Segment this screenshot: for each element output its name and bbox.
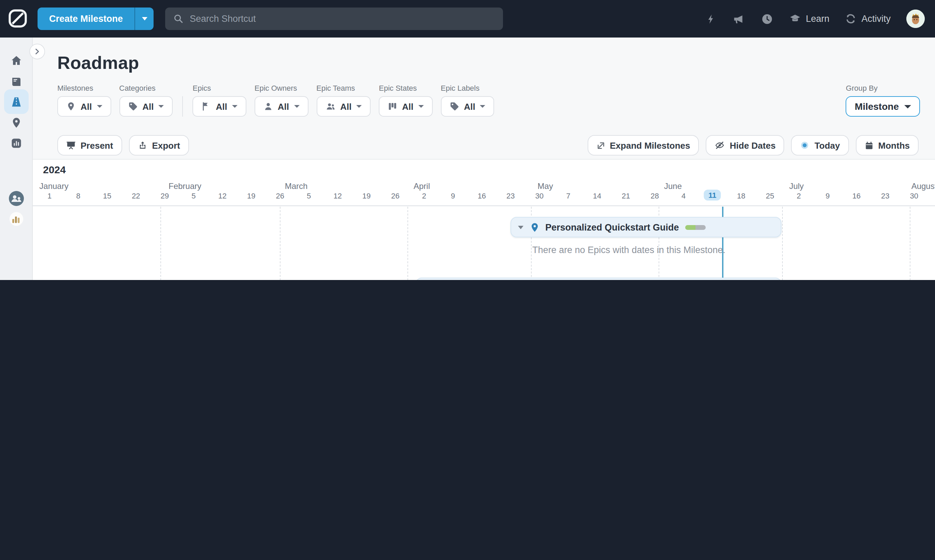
sidebar-item-roadmap[interactable] — [4, 89, 29, 114]
workspace-gold-chart-icon — [9, 211, 24, 226]
bar-chart-icon — [10, 137, 23, 149]
learn-button[interactable]: Learn — [789, 13, 829, 25]
month-gridline — [280, 207, 280, 280]
today-button[interactable]: Today — [791, 135, 849, 155]
timeline-tick: 5 — [307, 192, 311, 200]
timeline-month-label: March — [285, 182, 308, 191]
eye-off-icon — [715, 140, 725, 150]
timeline-tick: 16 — [478, 192, 486, 200]
timeline-tick: 9 — [826, 192, 830, 200]
caret-down-icon — [904, 105, 911, 108]
timeline-tick: 23 — [881, 192, 890, 200]
milestone-pin-icon — [530, 222, 540, 232]
history-button[interactable] — [761, 12, 773, 25]
sidebar-item-reports[interactable] — [10, 137, 23, 149]
activity-button[interactable]: Activity — [845, 13, 890, 25]
timeline-tick: 30 — [910, 192, 919, 200]
user-avatar[interactable] — [906, 9, 925, 28]
export-label: Export — [152, 140, 180, 151]
timeline-tick: 19 — [362, 192, 371, 200]
activity-arrows-icon — [845, 13, 856, 25]
filter-value: All — [464, 101, 475, 112]
filter-select-milestones[interactable]: All — [57, 96, 111, 117]
filter-label: Epic Owners — [254, 84, 308, 92]
filter-select-epic-owners[interactable]: All — [254, 96, 308, 117]
timeline-tick: 25 — [766, 192, 774, 200]
teams-circle-icon — [8, 190, 25, 207]
timeline-tick: 15 — [103, 192, 112, 200]
today-label: Today — [815, 140, 840, 151]
lightning-icon — [705, 12, 716, 25]
caret-down-icon — [356, 105, 362, 108]
filter-label: Epic States — [379, 84, 432, 92]
sidebar-item-home[interactable] — [10, 55, 23, 67]
filter-select-epic-teams[interactable]: All — [316, 96, 371, 117]
filter-label: Milestones — [57, 84, 111, 92]
megaphone-icon — [732, 12, 745, 25]
months-label: Months — [878, 140, 910, 151]
timeline-tick: 26 — [276, 192, 284, 200]
filter-label: Epic Labels — [441, 84, 494, 92]
timeline-tick: 2 — [422, 192, 426, 200]
search-icon — [173, 14, 183, 24]
hide-dates-button[interactable]: Hide Dates — [706, 135, 784, 155]
timeline-month-label: July — [789, 182, 804, 191]
filter-select-epic-labels[interactable]: All — [441, 96, 494, 117]
empty-milestone-note: There are no Epics with dates in this Mi… — [532, 245, 726, 255]
export-button[interactable]: Export — [129, 135, 189, 155]
timeline-tick: 30 — [535, 192, 544, 200]
timeline-tick: 12 — [219, 192, 227, 200]
roadmap-toolbar: Present Export Expand Milestones — [57, 135, 919, 155]
create-milestone-dropdown[interactable] — [134, 8, 154, 30]
timeline-tick: 4 — [681, 192, 685, 200]
present-button[interactable]: Present — [57, 135, 122, 155]
chevron-right-icon — [34, 48, 41, 55]
timeline-tick: 22 — [132, 192, 140, 200]
create-milestone-button[interactable]: Create Milestone — [37, 8, 154, 30]
search-input[interactable]: Search Shortcut — [165, 8, 503, 30]
person-icon — [263, 102, 273, 111]
quick-actions-button[interactable] — [705, 12, 716, 25]
nav-right-icons: Learn Activity — [705, 0, 935, 37]
book-icon — [10, 76, 23, 88]
caret-down-icon — [142, 17, 147, 20]
filter-group: Epic OwnersAll — [254, 84, 308, 117]
filter-group: CategoriesAll — [119, 84, 173, 117]
group-by-select[interactable]: Milestone — [846, 96, 920, 117]
timeline-tick: 8 — [76, 192, 80, 200]
timeline-tick: 19 — [247, 192, 256, 200]
chevron-down-icon[interactable] — [518, 225, 524, 229]
month-gridline — [910, 207, 910, 280]
presentation-icon — [66, 140, 76, 150]
milestone-bar[interactable]: Q1: Drive Roadmap Adoption — [416, 278, 781, 280]
sidebar-item-workspace[interactable] — [9, 211, 24, 226]
filter-value: All — [340, 101, 351, 112]
filter-select-categories[interactable]: All — [119, 96, 173, 117]
expand-milestones-label: Expand Milestones — [610, 140, 690, 151]
avatar-image — [906, 9, 925, 28]
sidebar-item-teams[interactable] — [8, 190, 25, 207]
sidebar-item-stories[interactable] — [10, 76, 23, 88]
search-placeholder: Search Shortcut — [190, 14, 256, 24]
months-button[interactable]: Months — [856, 135, 919, 155]
clock-icon — [761, 12, 773, 25]
filter-label: Epic Teams — [316, 84, 371, 92]
milestone-bar[interactable]: Personalized Quickstart Guide — [510, 217, 781, 237]
announcements-button[interactable] — [732, 12, 745, 25]
expand-icon — [596, 141, 605, 150]
filter-group: EpicsAll — [193, 84, 246, 117]
timeline-tick: 12 — [333, 192, 342, 200]
expand-milestones-button[interactable]: Expand Milestones — [587, 135, 699, 155]
timeline-tick: 21 — [622, 192, 630, 200]
sidebar-item-milestones[interactable] — [11, 117, 22, 129]
export-icon — [137, 140, 147, 150]
timeline-tick: 23 — [507, 192, 515, 200]
shortcut-logo-icon[interactable] — [8, 8, 28, 29]
filter-select-epics[interactable]: All — [193, 96, 246, 117]
timeline-month-label: April — [414, 182, 430, 191]
sidebar-expand-button[interactable] — [29, 44, 45, 59]
timeline-tick: 28 — [650, 192, 659, 200]
activity-label: Activity — [861, 14, 890, 24]
filter-group: Epic StatesAll — [379, 84, 432, 117]
filter-select-epic-states[interactable]: All — [379, 96, 432, 117]
